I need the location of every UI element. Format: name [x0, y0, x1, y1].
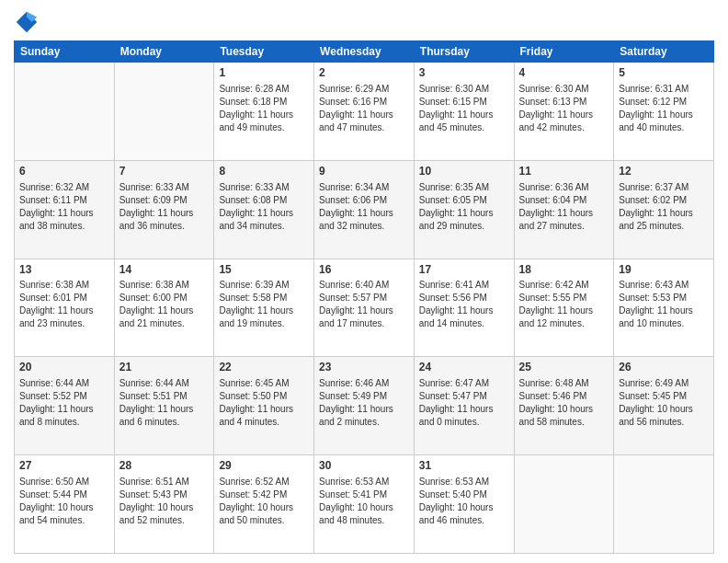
- daylight-text: Daylight: 11 hours and 40 minutes.: [619, 109, 709, 134]
- day-header-saturday: Saturday: [614, 41, 714, 63]
- sunset-text: Sunset: 5:55 PM: [519, 292, 609, 304]
- day-number: 11: [519, 164, 609, 179]
- sunset-text: Sunset: 6:12 PM: [619, 96, 709, 109]
- daylight-text: Daylight: 11 hours and 2 minutes.: [319, 403, 409, 429]
- day-number: 16: [319, 262, 409, 278]
- day-number: 28: [119, 458, 210, 474]
- sunrise-text: Sunrise: 6:42 AM: [519, 279, 609, 292]
- day-number: 20: [19, 360, 109, 375]
- day-header-tuesday: Tuesday: [214, 41, 314, 63]
- daylight-text: Daylight: 11 hours and 12 minutes.: [519, 304, 609, 330]
- sunrise-text: Sunrise: 6:50 AM: [19, 476, 109, 488]
- calendar-cell: 12Sunrise: 6:37 AMSunset: 6:02 PMDayligh…: [614, 160, 714, 259]
- day-number: 12: [619, 164, 709, 179]
- calendar-header-row: SundayMondayTuesdayWednesdayThursdayFrid…: [15, 41, 714, 63]
- sunrise-text: Sunrise: 6:29 AM: [319, 83, 409, 96]
- calendar-cell: 25Sunrise: 6:48 AMSunset: 5:46 PMDayligh…: [514, 357, 614, 455]
- daylight-text: Daylight: 11 hours and 19 minutes.: [219, 304, 309, 330]
- calendar-cell: [514, 455, 614, 554]
- header: [14, 9, 714, 35]
- sunrise-text: Sunrise: 6:33 AM: [119, 181, 210, 194]
- daylight-text: Daylight: 11 hours and 36 minutes.: [119, 207, 210, 233]
- day-header-sunday: Sunday: [15, 41, 115, 63]
- calendar-cell: 27Sunrise: 6:50 AMSunset: 5:44 PMDayligh…: [15, 455, 115, 554]
- sunset-text: Sunset: 5:53 PM: [619, 292, 709, 304]
- calendar-cell: 23Sunrise: 6:46 AMSunset: 5:49 PMDayligh…: [314, 357, 415, 455]
- calendar-cell: 26Sunrise: 6:49 AMSunset: 5:45 PMDayligh…: [614, 357, 714, 455]
- sunrise-text: Sunrise: 6:41 AM: [419, 279, 509, 292]
- day-number: 21: [119, 360, 210, 375]
- calendar-cell: 16Sunrise: 6:40 AMSunset: 5:57 PMDayligh…: [314, 259, 415, 357]
- daylight-text: Daylight: 11 hours and 32 minutes.: [319, 207, 409, 233]
- day-number: 22: [219, 360, 309, 375]
- sunrise-text: Sunrise: 6:39 AM: [219, 279, 309, 292]
- daylight-text: Daylight: 10 hours and 50 minutes.: [219, 501, 309, 527]
- calendar-week-row: 6Sunrise: 6:32 AMSunset: 6:11 PMDaylight…: [15, 160, 714, 259]
- page: SundayMondayTuesdayWednesdayThursdayFrid…: [0, 0, 728, 563]
- daylight-text: Daylight: 11 hours and 34 minutes.: [219, 207, 309, 233]
- sunrise-text: Sunrise: 6:32 AM: [19, 181, 109, 194]
- sunset-text: Sunset: 6:00 PM: [119, 292, 210, 304]
- day-number: 15: [219, 262, 309, 278]
- daylight-text: Daylight: 11 hours and 27 minutes.: [519, 207, 609, 233]
- daylight-text: Daylight: 10 hours and 54 minutes.: [19, 501, 109, 527]
- calendar-cell: [15, 63, 115, 161]
- calendar-week-row: 1Sunrise: 6:28 AMSunset: 6:18 PMDaylight…: [15, 63, 714, 161]
- day-number: 26: [619, 360, 709, 375]
- calendar-cell: 3Sunrise: 6:30 AMSunset: 6:15 PMDaylight…: [414, 63, 514, 161]
- daylight-text: Daylight: 11 hours and 17 minutes.: [319, 304, 409, 330]
- logo-icon: [14, 9, 40, 35]
- sunrise-text: Sunrise: 6:53 AM: [319, 476, 409, 488]
- sunset-text: Sunset: 5:57 PM: [319, 292, 409, 304]
- sunrise-text: Sunrise: 6:38 AM: [19, 279, 109, 292]
- sunset-text: Sunset: 6:11 PM: [19, 194, 109, 207]
- sunset-text: Sunset: 5:52 PM: [19, 390, 109, 403]
- day-number: 6: [19, 164, 109, 179]
- day-number: 18: [519, 262, 609, 278]
- sunset-text: Sunset: 6:04 PM: [519, 194, 609, 207]
- calendar-cell: 28Sunrise: 6:51 AMSunset: 5:43 PMDayligh…: [114, 455, 214, 554]
- day-number: 13: [19, 262, 109, 278]
- sunrise-text: Sunrise: 6:44 AM: [19, 377, 109, 390]
- calendar-cell: 5Sunrise: 6:31 AMSunset: 6:12 PMDaylight…: [614, 63, 714, 161]
- sunset-text: Sunset: 5:47 PM: [419, 390, 509, 403]
- sunrise-text: Sunrise: 6:30 AM: [419, 83, 509, 96]
- sunset-text: Sunset: 6:01 PM: [19, 292, 109, 304]
- day-header-friday: Friday: [514, 41, 614, 63]
- day-number: 30: [319, 458, 409, 474]
- calendar-week-row: 27Sunrise: 6:50 AMSunset: 5:44 PMDayligh…: [15, 455, 714, 554]
- day-number: 27: [19, 458, 109, 474]
- calendar-cell: 8Sunrise: 6:33 AMSunset: 6:08 PMDaylight…: [214, 160, 314, 259]
- calendar-cell: 2Sunrise: 6:29 AMSunset: 6:16 PMDaylight…: [314, 63, 415, 161]
- calendar-cell: 10Sunrise: 6:35 AMSunset: 6:05 PMDayligh…: [414, 160, 514, 259]
- day-number: 8: [219, 164, 309, 179]
- sunrise-text: Sunrise: 6:33 AM: [219, 181, 309, 194]
- calendar-cell: 24Sunrise: 6:47 AMSunset: 5:47 PMDayligh…: [414, 357, 514, 455]
- daylight-text: Daylight: 11 hours and 4 minutes.: [219, 403, 309, 429]
- calendar-week-row: 13Sunrise: 6:38 AMSunset: 6:01 PMDayligh…: [15, 259, 714, 357]
- calendar-cell: 18Sunrise: 6:42 AMSunset: 5:55 PMDayligh…: [514, 259, 614, 357]
- day-number: 3: [419, 65, 509, 81]
- calendar-cell: 17Sunrise: 6:41 AMSunset: 5:56 PMDayligh…: [414, 259, 514, 357]
- sunset-text: Sunset: 6:15 PM: [419, 96, 509, 109]
- calendar-cell: 7Sunrise: 6:33 AMSunset: 6:09 PMDaylight…: [114, 160, 214, 259]
- day-number: 14: [119, 262, 210, 278]
- calendar-cell: 21Sunrise: 6:44 AMSunset: 5:51 PMDayligh…: [114, 357, 214, 455]
- sunrise-text: Sunrise: 6:49 AM: [619, 377, 709, 390]
- day-number: 4: [519, 65, 609, 81]
- calendar-cell: 6Sunrise: 6:32 AMSunset: 6:11 PMDaylight…: [15, 160, 115, 259]
- sunrise-text: Sunrise: 6:43 AM: [619, 279, 709, 292]
- calendar-cell: 31Sunrise: 6:53 AMSunset: 5:40 PMDayligh…: [414, 455, 514, 554]
- sunrise-text: Sunrise: 6:48 AM: [519, 377, 609, 390]
- calendar-cell: 22Sunrise: 6:45 AMSunset: 5:50 PMDayligh…: [214, 357, 314, 455]
- day-number: 1: [219, 65, 309, 81]
- calendar-cell: 9Sunrise: 6:34 AMSunset: 6:06 PMDaylight…: [314, 160, 415, 259]
- calendar-cell: 30Sunrise: 6:53 AMSunset: 5:41 PMDayligh…: [314, 455, 415, 554]
- day-number: 31: [419, 458, 509, 474]
- calendar-cell: [114, 63, 214, 161]
- sunset-text: Sunset: 6:02 PM: [619, 194, 709, 207]
- logo: [14, 9, 43, 35]
- day-number: 9: [319, 164, 409, 179]
- day-number: 23: [319, 360, 409, 375]
- sunset-text: Sunset: 5:40 PM: [419, 488, 509, 501]
